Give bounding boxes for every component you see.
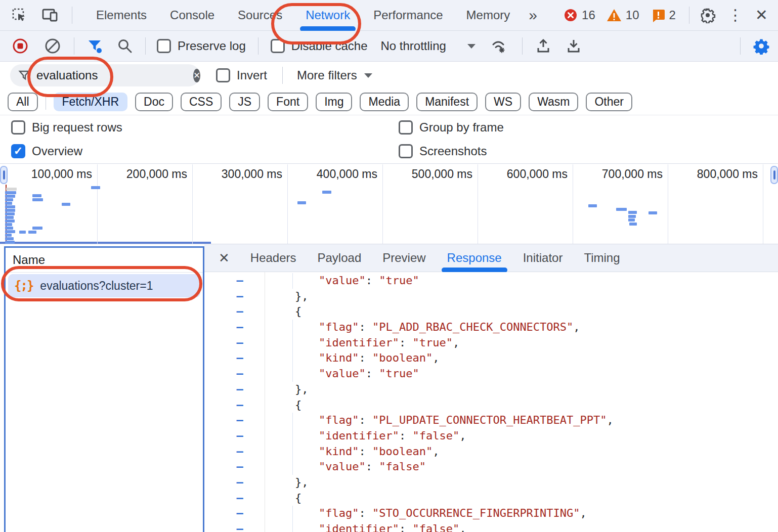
big-request-rows-option[interactable]: Big request rows	[11, 120, 122, 135]
issues-icon[interactable]	[652, 9, 665, 22]
disable-cache-option[interactable]: Disable cache	[271, 39, 368, 53]
timeline-request-bar	[5, 230, 15, 233]
clear-network-log-icon[interactable]	[45, 38, 61, 54]
fold-marker-icon[interactable]: –	[234, 335, 246, 351]
timeline-request-bar	[5, 227, 13, 230]
fold-marker-icon[interactable]: –	[234, 273, 246, 289]
more-tabs-icon[interactable]: »	[529, 8, 537, 23]
device-toolbar-icon[interactable]	[41, 7, 59, 23]
overview-left-grip[interactable]	[0, 166, 8, 184]
overview-checkbox[interactable]: ✓	[11, 144, 25, 158]
chip-manifest[interactable]: Manifest	[416, 93, 478, 111]
chip-doc[interactable]: Doc	[135, 93, 173, 111]
fold-marker-icon[interactable]: –	[234, 506, 246, 521]
preserve-log-option[interactable]: Preserve log	[157, 39, 246, 53]
screenshots-option[interactable]: Screenshots	[399, 144, 487, 158]
chip-ws[interactable]: WS	[485, 93, 521, 111]
request-list-header[interactable]: Name	[6, 248, 203, 273]
warning-icon[interactable]	[607, 9, 622, 22]
chip-font[interactable]: Font	[268, 93, 308, 111]
detail-tab-headers[interactable]: Headers	[240, 244, 307, 272]
request-row-selected[interactable]: {;} evaluations?cluster=1	[8, 274, 200, 297]
timeline-overview[interactable]: 100,000 ms200,000 ms300,000 ms400,000 ms…	[0, 164, 778, 244]
fold-marker-icon[interactable]: –	[234, 444, 246, 460]
network-settings-gear-icon[interactable]	[753, 37, 770, 55]
inspect-element-icon[interactable]	[11, 7, 27, 23]
code-text: "flag": "STO_OCCURRENCE_FINGERPRINTING",	[204, 506, 587, 521]
warning-count[interactable]: 10	[626, 8, 639, 22]
detail-tab-response[interactable]: Response	[437, 244, 512, 272]
toolbar-divider	[72, 7, 72, 24]
tab-network[interactable]: Network	[294, 0, 362, 30]
chip-fetch-xhr[interactable]: Fetch/XHR	[54, 93, 127, 111]
search-icon[interactable]	[117, 38, 133, 54]
close-devtools-icon[interactable]: ✕	[755, 8, 768, 23]
filter-funnel-icon[interactable]	[87, 38, 103, 54]
big-request-rows-checkbox[interactable]	[11, 120, 25, 135]
detail-tab-preview[interactable]: Preview	[372, 244, 436, 272]
group-by-frame-option[interactable]: Group by frame	[399, 120, 504, 135]
screenshots-checkbox[interactable]	[399, 144, 413, 158]
record-network-log-icon[interactable]	[12, 38, 28, 54]
fold-marker-icon[interactable]: –	[234, 413, 246, 428]
chip-wasm[interactable]: Wasm	[529, 93, 578, 111]
overview-option[interactable]: ✓ Overview	[11, 144, 82, 158]
error-count[interactable]: 16	[582, 8, 595, 22]
fold-marker-icon[interactable]: –	[234, 350, 246, 366]
fold-marker-icon[interactable]: –	[234, 397, 246, 413]
invert-checkbox[interactable]	[216, 68, 230, 82]
overview-right-grip[interactable]	[770, 166, 778, 184]
filter-input-container[interactable]: ✕	[10, 64, 200, 86]
fold-marker-icon[interactable]: –	[234, 475, 246, 491]
fold-marker-icon[interactable]: –	[234, 320, 246, 335]
network-conditions-icon[interactable]	[491, 38, 509, 54]
disable-cache-checkbox[interactable]	[271, 39, 285, 53]
group-by-frame-checkbox[interactable]	[399, 120, 413, 135]
settings-gear-icon[interactable]	[700, 7, 716, 23]
fold-marker-icon[interactable]: –	[234, 382, 246, 397]
tab-performance[interactable]: Performance	[362, 0, 454, 30]
tab-sources[interactable]: Sources	[226, 0, 294, 30]
chip-other[interactable]: Other	[586, 93, 632, 111]
fold-marker-icon[interactable]: –	[234, 491, 246, 506]
tab-elements[interactable]: Elements	[84, 0, 158, 30]
fold-marker-icon[interactable]: –	[234, 521, 246, 532]
throttling-dropdown-arrow-icon[interactable]	[467, 44, 476, 49]
response-body-viewer[interactable]: –"value": "true"–},–{–"flag": "PL_ADD_RB…	[204, 272, 778, 532]
overview-gridline	[573, 164, 573, 244]
throttling-select[interactable]: No throttling	[380, 39, 446, 53]
detail-tab-payload[interactable]: Payload	[307, 244, 372, 272]
chip-js[interactable]: JS	[229, 93, 260, 111]
filter-input[interactable]	[36, 68, 193, 82]
close-detail-icon[interactable]: ✕	[219, 250, 230, 266]
import-har-icon[interactable]	[536, 38, 551, 54]
error-icon[interactable]	[564, 8, 578, 22]
more-filters-button[interactable]: More filters	[297, 68, 357, 82]
menu-dots-icon[interactable]: ⋮	[728, 8, 743, 23]
overview-gridline	[763, 164, 763, 244]
chip-media[interactable]: Media	[360, 93, 409, 111]
fold-marker-icon[interactable]: –	[234, 459, 246, 475]
tab-console[interactable]: Console	[158, 0, 226, 30]
overview-gridline	[478, 164, 478, 244]
chip-img[interactable]: Img	[316, 93, 352, 111]
preserve-log-checkbox[interactable]	[157, 39, 171, 53]
chip-all[interactable]: All	[8, 93, 38, 111]
export-har-icon[interactable]	[566, 38, 581, 54]
issues-count[interactable]: 2	[669, 8, 676, 22]
fold-marker-icon[interactable]: –	[234, 366, 246, 382]
code-line: –"kind": "boolean",	[204, 444, 778, 460]
more-filters-arrow-icon[interactable]	[364, 73, 372, 78]
invert-option[interactable]: Invert	[216, 68, 267, 82]
detail-tab-timing[interactable]: Timing	[573, 244, 630, 272]
overview-tick-label: 700,000 ms	[587, 167, 663, 181]
clear-filter-icon[interactable]: ✕	[193, 69, 200, 82]
indent-guide	[292, 273, 293, 289]
fold-marker-icon[interactable]: –	[234, 289, 246, 304]
fold-marker-icon[interactable]: –	[234, 304, 246, 320]
tab-memory[interactable]: Memory	[455, 0, 522, 30]
chip-css[interactable]: CSS	[181, 93, 222, 111]
detail-tab-initiator[interactable]: Initiator	[512, 244, 574, 272]
timeline-request-bar	[5, 202, 12, 205]
fold-marker-icon[interactable]: –	[234, 428, 246, 444]
